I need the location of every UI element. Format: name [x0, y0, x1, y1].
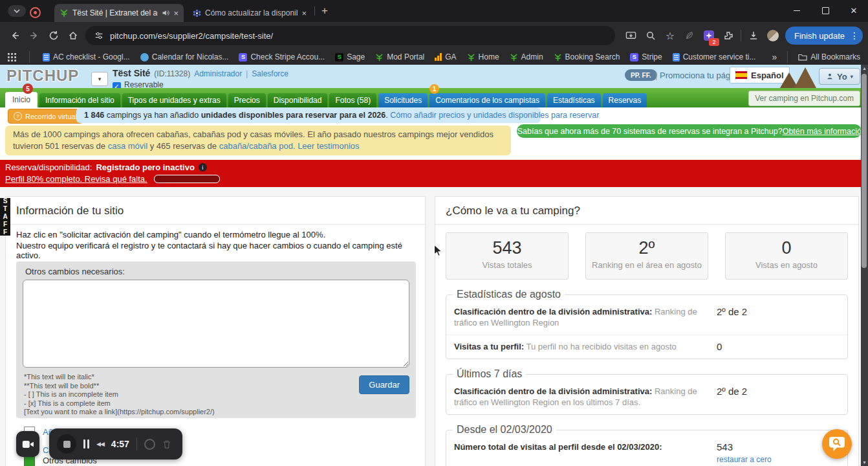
- bookmark-item[interactable]: AC checklist - Googl...: [43, 52, 130, 61]
- stat-card-month-views: 0 Vistas en agosto: [725, 232, 848, 280]
- tab-fotos[interactable]: Fotos (58): [329, 93, 376, 107]
- tab-precios[interactable]: Precios: [228, 93, 266, 107]
- virtual-tour-button[interactable]: ? Recorrido virtual: [8, 109, 83, 124]
- finish-update-button[interactable]: Finish update ⋮: [785, 27, 863, 45]
- tab-tipos-de-unidades[interactable]: Tipos de unidades y extras: [122, 93, 226, 107]
- camera-toggle-button[interactable]: [16, 431, 39, 457]
- user-menu-button[interactable]: Yo ▾: [819, 68, 860, 85]
- pitchup-logo[interactable]: PITCHUP: [6, 67, 79, 85]
- other-changes-textarea[interactable]: [23, 280, 409, 368]
- sage-icon: S: [335, 53, 343, 61]
- window-close-button[interactable]: ✕: [840, 0, 868, 21]
- tab-estadisticas[interactable]: Estadísticas: [547, 93, 601, 107]
- address-bar[interactable]: pitchup.com/es/supplier2/campsite/test-s…: [85, 26, 615, 45]
- bookmark-star-icon[interactable]: ☆: [660, 26, 680, 45]
- site-info-icon[interactable]: [94, 31, 103, 40]
- downloads-icon[interactable]: [744, 26, 763, 45]
- info-icon[interactable]: i: [199, 163, 207, 172]
- booking-status-alert: Reserva/disponibilidad: Registrado pero …: [0, 160, 868, 187]
- tab-solicitudes[interactable]: Solicitudes: [378, 93, 428, 107]
- zoom-icon[interactable]: [641, 26, 660, 45]
- back-button[interactable]: [5, 26, 25, 45]
- view-site-button[interactable]: Ver camping en Pitchup.com: [748, 91, 860, 106]
- reload-button[interactable]: [44, 26, 63, 45]
- all-bookmarks-button[interactable]: All Bookmarks: [798, 52, 860, 61]
- folder-icon: [798, 53, 807, 61]
- home-button[interactable]: [63, 26, 83, 45]
- extensions-puzzle-icon[interactable]: [719, 26, 738, 45]
- tab-comentarios[interactable]: Comentarios de los campistas: [429, 93, 545, 107]
- tab-informacion-del-sitio[interactable]: Información del sitio: [39, 93, 120, 107]
- section-last-7-days: Últimos 7 días Clasificación dentro de l…: [446, 368, 848, 415]
- bookmark-item[interactable]: Calendar for Nicolas...: [140, 52, 229, 61]
- testimonials-link[interactable]: Leer testimonios: [298, 141, 359, 151]
- forward-button[interactable]: [25, 26, 44, 45]
- tab-audio-icon[interactable]: [162, 9, 169, 17]
- tab-inicio[interactable]: Inicio: [5, 92, 38, 107]
- tab-close-icon[interactable]: ×: [301, 8, 307, 18]
- help-chat-button[interactable]: [822, 429, 852, 459]
- bookmark-item[interactable]: GA: [435, 52, 456, 61]
- apps-grid-icon[interactable]: [8, 53, 16, 61]
- tab-reservas[interactable]: Reservas: [603, 93, 647, 107]
- scroll-down-arrow[interactable]: ▼: [861, 460, 868, 465]
- profile-avatar[interactable]: [763, 26, 783, 45]
- staff-tab[interactable]: STAFF: [0, 198, 10, 236]
- window-maximize-button[interactable]: [811, 0, 840, 21]
- restart-recording-icon[interactable]: [144, 439, 155, 450]
- reset-to-zero-link[interactable]: restaurar a cero: [717, 455, 840, 464]
- browser-menu-icon[interactable]: ⋮: [850, 30, 859, 41]
- bookmark-item[interactable]: Customer service ti...: [673, 52, 756, 61]
- bookmark-item[interactable]: Booking Search: [554, 52, 620, 61]
- bookmark-item[interactable]: Mod Portal: [375, 52, 424, 61]
- stat-row: Número total de visitas al perfil desde …: [446, 436, 847, 466]
- browser-tab-active[interactable]: Tëst Sité | Extranet del admi ×: [54, 4, 184, 22]
- other-changes-box: Otros cambios necesarios: *This text wil…: [16, 261, 416, 418]
- extension-badge: 2: [709, 38, 719, 46]
- pitchup-icon: [467, 53, 475, 61]
- administrator-link[interactable]: Administrador: [194, 69, 242, 78]
- bookmark-item[interactable]: SStripe: [630, 52, 662, 61]
- bookmark-item[interactable]: Home: [467, 52, 499, 61]
- profile-completeness-link[interactable]: Perfil 80% completo. Revisa qué falta.: [5, 174, 147, 184]
- browser-tab-inactive[interactable]: Cómo actualizar la disponibilid ×: [188, 4, 312, 22]
- logo-notification-badge: 5: [23, 83, 33, 94]
- tab-separator: [314, 6, 315, 16]
- stop-recording-button[interactable]: [57, 434, 76, 454]
- bookmark-item[interactable]: Admin: [510, 52, 543, 61]
- window-minimize-button[interactable]: [783, 0, 811, 21]
- save-button[interactable]: Guardar: [359, 375, 409, 394]
- cabin-pod-link[interactable]: cabaña/cabaña pod.: [219, 141, 296, 151]
- add-prices-link[interactable]: Cómo añadir precios y unidades disponibl…: [390, 111, 599, 120]
- delete-recording-icon[interactable]: [162, 439, 171, 449]
- site-dropdown-button[interactable]: ▾: [91, 72, 108, 86]
- browser-toolbar: pitchup.com/es/supplier2/campsite/test-s…: [0, 22, 868, 49]
- learn-more-link[interactable]: Obtén más información: [783, 127, 866, 136]
- extension-feather-icon[interactable]: [680, 26, 699, 45]
- scroll-up-arrow[interactable]: ▲: [861, 66, 868, 71]
- scrollbar-thumb[interactable]: [862, 74, 867, 268]
- ppff-badge[interactable]: PP. FF.: [625, 69, 657, 81]
- bookmarks-overflow-button[interactable]: »: [772, 52, 777, 62]
- mobile-home-link[interactable]: casa móvil: [108, 141, 147, 151]
- camping-stats-panel: ¿Cómo le va a tu camping? 543 Vistas tot…: [435, 196, 859, 466]
- stat-row: Clasificación dentro de la división admi…: [446, 380, 847, 414]
- pause-recording-button[interactable]: [83, 439, 89, 449]
- extension-purple-icon[interactable]: 2: [699, 26, 719, 45]
- mouse-cursor: [433, 245, 442, 258]
- tab-disponibilidad[interactable]: Disponibilidad: [268, 93, 328, 107]
- browser-tab-strip: Tëst Sité | Extranet del admi × Cómo act…: [0, 0, 868, 22]
- pitchup-icon: [554, 53, 562, 61]
- rewind-icon[interactable]: ◀◀: [96, 441, 104, 447]
- tab-search-button[interactable]: [8, 5, 26, 17]
- new-tab-button[interactable]: +: [321, 5, 328, 17]
- chevron-down-icon: [14, 9, 20, 13]
- url-text: pitchup.com/es/supplier2/campsite/test-s…: [110, 31, 273, 41]
- page-scrollbar[interactable]: ▲ ▼: [861, 65, 868, 466]
- tab-close-icon[interactable]: ×: [173, 8, 179, 18]
- screen-capture-icon[interactable]: [622, 26, 641, 45]
- bookmark-item[interactable]: SSage: [335, 52, 365, 61]
- analytics-icon: [435, 53, 442, 61]
- bookmark-item[interactable]: SCheck Stripe Accou...: [239, 52, 325, 61]
- salesforce-link[interactable]: Salesforce: [252, 69, 288, 78]
